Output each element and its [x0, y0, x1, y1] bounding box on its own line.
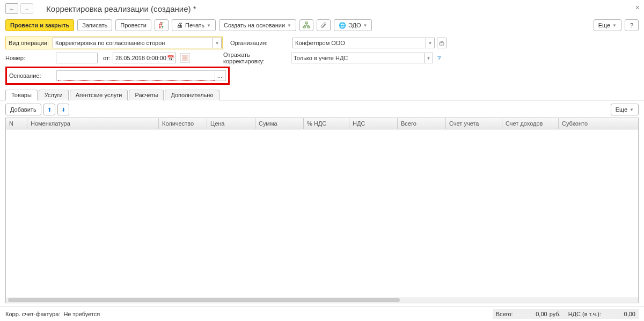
number-input[interactable] — [56, 53, 98, 63]
col-price[interactable]: Цена — [207, 118, 255, 129]
svg-rect-2 — [308, 26, 310, 28]
from-label: от: — [103, 55, 111, 61]
date-extra-button[interactable] — [180, 53, 190, 63]
printer-icon: 🖨 — [177, 21, 183, 29]
edo-button[interactable]: 🌐ЭДО▼ — [334, 19, 372, 31]
nav-forward[interactable]: → — [20, 3, 33, 14]
basis-ellipsis-button[interactable]: … — [215, 71, 224, 81]
vat-incl-value: 0,00 — [603, 311, 635, 317]
tab-goods[interactable]: Товары — [5, 90, 38, 100]
help-button[interactable]: ? — [625, 19, 639, 31]
chevron-down-icon[interactable]: ▼ — [213, 38, 221, 48]
svg-rect-0 — [305, 22, 308, 24]
corr-invoice-value: Не требуется — [63, 311, 100, 317]
horizontal-scrollbar[interactable] — [6, 297, 638, 303]
structure-button[interactable] — [299, 19, 313, 31]
organization-select[interactable]: Конфетпром ООО ▼ — [292, 38, 435, 48]
organization-label: Организация: — [230, 40, 290, 46]
tab-agent-services[interactable]: Агентские услуги — [70, 90, 128, 100]
paperclip-icon — [320, 22, 327, 28]
goods-table: N Номенклатура Количество Цена Сумма % Н… — [5, 118, 639, 303]
number-label: Номер: — [5, 55, 54, 61]
operation-type-label: Вид операции: — [6, 40, 53, 46]
col-income-account[interactable]: Счет доходов — [502, 118, 559, 129]
col-vat-pct[interactable]: % НДС — [304, 118, 349, 129]
dt-kt-button[interactable]: ДтКт — [155, 19, 169, 31]
currency-label: руб. — [550, 311, 561, 317]
col-total[interactable]: Всего — [398, 118, 446, 129]
more-button[interactable]: Еще▼ — [594, 19, 621, 31]
col-vat[interactable]: НДС — [349, 118, 398, 129]
basis-label: Основание: — [9, 72, 54, 79]
chevron-down-icon[interactable]: ▼ — [426, 38, 434, 48]
col-account[interactable]: Счет учета — [446, 118, 502, 129]
window-title: Корректировка реализации (создание) * — [46, 4, 196, 13]
calendar-icon[interactable]: 📅 — [167, 55, 174, 62]
tab-calculations[interactable]: Расчеты — [129, 90, 164, 100]
post-and-close-button[interactable]: Провести и закрыть — [5, 19, 74, 31]
col-qty[interactable]: Количество — [159, 118, 207, 129]
save-button[interactable]: Записать — [77, 19, 112, 31]
date-input[interactable]: 28.05.2018 0:00:00 📅 — [113, 53, 176, 63]
help-icon[interactable]: ? — [437, 55, 441, 61]
svg-rect-1 — [303, 26, 305, 28]
reflect-select[interactable]: Только в учете НДС ▼ — [291, 53, 433, 63]
col-nomenclature[interactable]: Номенклатура — [27, 118, 159, 129]
operation-type-select[interactable]: Корректировка по согласованию сторон ▼ — [53, 38, 222, 48]
move-up-button[interactable]: ⬆ — [43, 104, 55, 115]
close-icon[interactable]: × — [635, 3, 640, 12]
list-icon — [182, 55, 188, 61]
print-button[interactable]: 🖨Печать▼ — [172, 19, 216, 31]
vat-incl-label: НДС (в т.ч.): — [568, 311, 601, 317]
move-down-button[interactable]: ⬇ — [57, 104, 69, 115]
basis-input[interactable] — [58, 71, 215, 81]
globe-icon: 🌐 — [339, 22, 346, 29]
post-button[interactable]: Провести — [115, 19, 151, 31]
tab-services[interactable]: Услуги — [39, 90, 69, 100]
table-body[interactable] — [6, 129, 638, 297]
col-n[interactable]: N — [6, 118, 27, 129]
nav-back[interactable]: ← — [5, 3, 18, 14]
total-value: 0,00 — [515, 311, 547, 317]
tab-additional[interactable]: Дополнительно — [165, 90, 219, 100]
open-icon — [439, 40, 444, 46]
org-open-button[interactable] — [437, 38, 447, 48]
create-based-on-button[interactable]: Создать на основании▼ — [219, 19, 296, 31]
add-button[interactable]: Добавить — [5, 104, 41, 115]
reflect-label: Отражать корректировку: — [223, 52, 289, 64]
col-sum[interactable]: Сумма — [255, 118, 304, 129]
chevron-down-icon[interactable]: ▼ — [424, 53, 433, 63]
col-subconto[interactable]: Субконто — [559, 118, 638, 129]
structure-icon — [303, 21, 310, 29]
attach-button[interactable] — [317, 19, 331, 31]
total-label: Всего: — [496, 311, 513, 317]
corr-invoice-label: Корр. счет-фактура: — [5, 311, 60, 317]
table-more-button[interactable]: Еще▼ — [611, 104, 639, 115]
